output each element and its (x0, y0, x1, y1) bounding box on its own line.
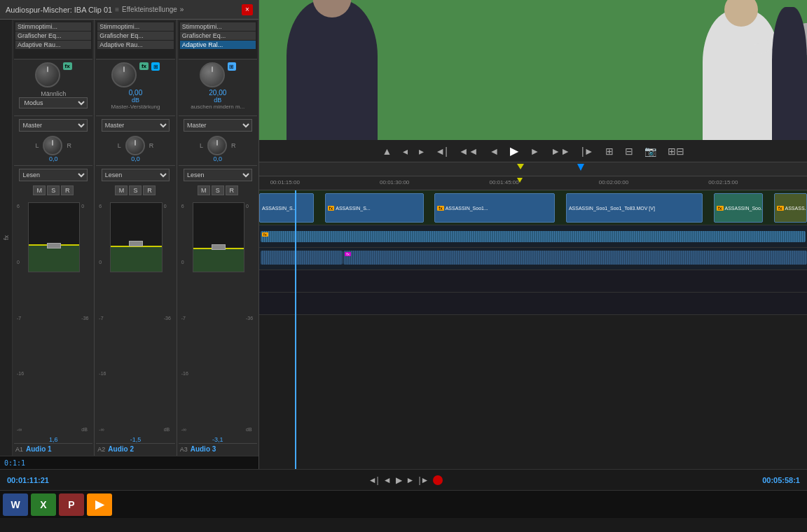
ch3-effect-3[interactable]: Adaptive Ral... (180, 41, 256, 49)
audio-clip-2b[interactable]: fx (343, 251, 807, 265)
audio-track-row-2: fx (259, 248, 807, 270)
ch3-pan-lr: L R (200, 136, 236, 155)
ch1-pan-area: L R 0,0 (15, 136, 91, 162)
ch1-pan-knob[interactable] (43, 136, 62, 155)
audio-clip-row-1[interactable]: fx (261, 231, 806, 242)
ch1-read-select[interactable]: Lesen (19, 169, 87, 181)
step-forward-button[interactable]: ►► (548, 144, 573, 158)
mark-clip-button[interactable]: ◂ (400, 144, 411, 158)
video-clip-6[interactable]: fx ASSASS... (774, 193, 807, 223)
taskbar-vlc-icon: ▶ (95, 498, 104, 511)
next-frame-button[interactable]: ► (527, 144, 542, 158)
ch3-fader-handle[interactable] (212, 244, 226, 250)
video-clip-1[interactable]: ASSASSIN_S... (259, 193, 314, 223)
ch3-knob[interactable] (200, 62, 225, 88)
ch2-rec-btn[interactable]: R (143, 186, 156, 195)
ch1-effect-3[interactable]: Adaptive Rau... (15, 41, 91, 49)
go-to-in-button[interactable]: ◄| (432, 144, 450, 158)
video-clip-2[interactable]: fx ASSASSIN_S... (325, 193, 424, 223)
video-preview (259, 0, 807, 140)
play-button[interactable]: ▶ (507, 143, 521, 159)
ch1-effect-1[interactable]: Stimmoptimi... (15, 22, 91, 31)
ch3-rec-btn[interactable]: R (226, 186, 238, 195)
taskbar-ppt-icon: P (68, 499, 74, 510)
ch2-fader-area: 6 0 -7 -16 -∞ 0 -36 (96, 201, 174, 435)
ch2-read-select-wrap: Lesen (97, 169, 173, 184)
audio-clip-2a[interactable] (261, 251, 343, 265)
main-container: Audiospur-Mischer: IBA Clip 01 ≡ Effekte… (0, 0, 807, 532)
ch3-fader-scale-right: 0 -36 dB (246, 202, 256, 433)
taskbar-powerpoint[interactable]: P (59, 493, 84, 516)
ch1-knob[interactable] (35, 62, 60, 88)
ch3-effect-2[interactable]: Grafischer Eq... (180, 31, 256, 40)
ch2-effect-3[interactable]: Adaptive Rau... (97, 41, 173, 49)
ch1-mute-btn[interactable]: M (33, 186, 46, 195)
ch2-mute-btn[interactable]: M (115, 186, 127, 195)
taskbar-excel[interactable]: X (31, 493, 56, 516)
ch1-master-select[interactable]: Master (19, 119, 87, 132)
ch3-pan-L: L (200, 142, 203, 149)
ch2-pan-knob[interactable] (125, 136, 145, 155)
ch3-effect-1[interactable]: Stimmoptimi... (180, 22, 256, 31)
mixer-time-display: 0:1:1 (0, 456, 258, 469)
mixer-close-button[interactable]: × (242, 4, 253, 15)
ch1-mode-select[interactable]: Modus (19, 97, 87, 108)
ch2-knob[interactable] (111, 62, 137, 88)
taskbar-vlc[interactable]: ▶ (87, 493, 112, 516)
ch2-effect-2[interactable]: Grafischer Eq... (97, 31, 173, 40)
step-back-button[interactable]: ◄◄ (456, 144, 481, 158)
ch1-fader-handle[interactable] (47, 243, 61, 248)
ch3-read-select[interactable]: Lesen (184, 169, 251, 181)
ch3-number: A3 (180, 446, 188, 453)
ch2-knob-db: dB (132, 97, 139, 104)
lift-extract-button[interactable]: ⊞⊟ (665, 144, 687, 158)
ch3-pan-knob[interactable] (207, 136, 227, 155)
transport-controls: ◄| ◄ ▶ ► |► (368, 475, 443, 485)
transport-play-pause[interactable]: ▶ (396, 475, 402, 485)
playback-controls-bar: ▲ ◂ ▸ ◄| ◄◄ ◄ ▶ ► ►► |► ⊞ ⊟ 📷 ⊞⊟ (259, 140, 807, 162)
ch1-fader-track[interactable] (28, 202, 80, 272)
ch2-fx-badge: fx (139, 62, 149, 70)
ch2-effect-1[interactable]: Stimmoptimi... (97, 22, 173, 31)
transport-go-out[interactable]: |► (418, 475, 429, 485)
transport-next[interactable]: ► (406, 475, 415, 485)
overwrite-button[interactable]: ⊟ (622, 144, 636, 158)
ch2-fader-handle[interactable] (129, 241, 143, 246)
mixer-title: Audiospur-Mischer: IBA Clip 01 (6, 6, 112, 14)
video-clip-3[interactable]: fx ASSASSIN_Soo1... (434, 193, 555, 223)
go-to-out-button[interactable]: |► (579, 144, 597, 158)
timeline-ruler: 00:01:15:00 00:01:30:00 00:01:45:00 00:0… (259, 176, 807, 190)
ch1-solo-btn[interactable]: S (47, 186, 60, 195)
export-frame-button[interactable]: 📷 (642, 144, 659, 158)
video-clip-2-label: ASSASSIN_S... (336, 206, 370, 211)
insert-button[interactable]: ⊞ (602, 144, 616, 158)
ch2-effects-strip: Stimmoptimi... Grafischer Eq... Adaptive… (96, 21, 174, 59)
ch2-master-select[interactable]: Master (102, 119, 170, 132)
mark-in-button[interactable]: ▲ (379, 144, 394, 158)
timeline-yellow-caret (517, 178, 523, 183)
transport-go-in[interactable]: ◄| (368, 475, 379, 485)
ch3-master-select[interactable]: Master (184, 119, 251, 132)
transport-record-btn[interactable] (433, 475, 443, 485)
person-1-silhouette (287, 0, 378, 140)
video-clip-4-label: ASSASSIN_Soo1_Soo1_To83.MOV [V] (569, 206, 655, 211)
audio-fx-2b: fx (345, 252, 351, 256)
mixer-tab-effects[interactable]: Effekteinstellunge (122, 6, 177, 13)
ch3-solo-btn[interactable]: S (212, 186, 224, 195)
ch1-label-area: A1 Audio 1 (14, 443, 92, 454)
ch1-rec-btn[interactable]: R (61, 186, 74, 195)
video-clip-5[interactable]: fx ASSASSIN_Soo... (714, 193, 763, 223)
ch2-solo-btn[interactable]: S (129, 186, 142, 195)
transport-prev[interactable]: ◄ (383, 475, 392, 485)
prev-frame-button[interactable]: ◄ (487, 144, 502, 158)
ch2-fader-track[interactable] (110, 202, 162, 272)
ch3-mute-btn[interactable]: M (198, 186, 210, 195)
video-clip-4[interactable]: ASSASSIN_Soo1_Soo1_To83.MOV [V] (566, 193, 703, 223)
ch2-read-select[interactable]: Lesen (102, 169, 170, 181)
taskbar-word[interactable]: W (3, 493, 28, 516)
ch3-fader-track[interactable] (193, 202, 244, 272)
ch1-msr-buttons: M S R (15, 186, 91, 195)
mark-out-button[interactable]: ▸ (416, 144, 427, 158)
ch1-effect-2[interactable]: Grafischer Eq... (15, 31, 91, 40)
ch1-fader-scale-right: 0 -36 dB (81, 202, 91, 433)
